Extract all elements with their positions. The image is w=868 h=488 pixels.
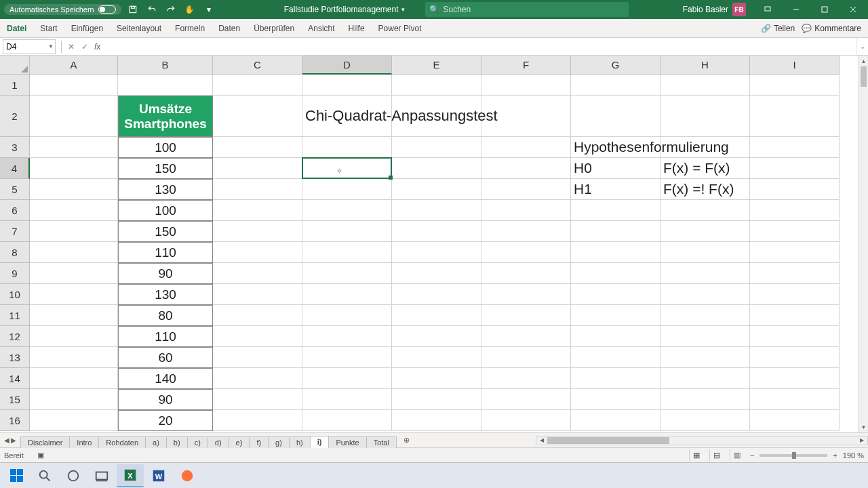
cell[interactable] <box>481 221 571 242</box>
expand-formula-icon[interactable]: ⌄ <box>856 38 868 55</box>
row-header[interactable]: 4 <box>0 158 30 179</box>
cell[interactable] <box>660 75 750 96</box>
cell[interactable] <box>213 284 302 305</box>
row-header[interactable]: 11 <box>0 305 30 326</box>
cell[interactable] <box>481 410 571 431</box>
scroll-left-icon[interactable]: ◀ <box>536 437 547 443</box>
cell[interactable]: 100 <box>118 137 213 158</box>
row-header[interactable]: 16 <box>0 410 30 431</box>
row-header[interactable]: 12 <box>0 326 30 347</box>
cell[interactable] <box>750 221 840 242</box>
cell[interactable] <box>213 242 302 263</box>
ribbon-tab-einfügen[interactable]: Einfügen <box>64 19 110 37</box>
vertical-scrollbar[interactable]: ▲ ▼ <box>859 56 868 432</box>
cell[interactable] <box>392 284 481 305</box>
ribbon-tab-hilfe[interactable]: Hilfe <box>342 19 372 37</box>
cell[interactable] <box>213 158 302 179</box>
cell[interactable] <box>392 305 481 326</box>
sheet-tab[interactable]: d) <box>208 436 229 448</box>
cell[interactable] <box>481 75 571 96</box>
select-all-corner[interactable] <box>0 56 30 75</box>
cell[interactable] <box>213 326 302 347</box>
scroll-thumb[interactable] <box>547 437 669 444</box>
cell[interactable] <box>213 305 302 326</box>
cell[interactable] <box>302 263 392 284</box>
cell[interactable] <box>750 75 840 96</box>
close-button[interactable] <box>840 0 867 19</box>
minimize-button[interactable] <box>783 0 810 19</box>
ribbon-tab-ansicht[interactable]: Ansicht <box>301 19 341 37</box>
fx-icon[interactable]: fx <box>94 42 100 52</box>
undo-icon[interactable] <box>144 2 159 17</box>
row-header[interactable]: 6 <box>0 200 30 221</box>
sheet-tab[interactable]: e) <box>229 436 250 448</box>
row-header[interactable]: 2 <box>0 96 30 137</box>
row-header[interactable]: 1 <box>0 75 30 96</box>
cell[interactable] <box>571 200 660 221</box>
row-header[interactable]: 10 <box>0 284 30 305</box>
column-header[interactable]: C <box>213 56 302 75</box>
column-header[interactable]: H <box>660 56 750 75</box>
scroll-down-icon[interactable]: ▼ <box>859 422 868 432</box>
cell[interactable] <box>392 137 481 158</box>
cell[interactable] <box>392 389 481 410</box>
column-header[interactable]: A <box>30 56 118 75</box>
cell[interactable] <box>30 137 118 158</box>
cell[interactable] <box>30 347 118 368</box>
cell[interactable]: 110 <box>118 242 213 263</box>
cell[interactable] <box>302 200 392 221</box>
view-layout-icon[interactable]: ▤ <box>709 449 724 462</box>
cell[interactable] <box>571 284 660 305</box>
cell[interactable] <box>481 179 571 200</box>
zoom-level[interactable]: 190 % <box>843 451 864 460</box>
start-button[interactable] <box>3 464 30 487</box>
search-icon[interactable] <box>31 464 58 487</box>
cell[interactable] <box>30 263 118 284</box>
cell[interactable]: 20 <box>118 410 213 431</box>
autosave-toggle[interactable]: Automatisches Speichern <box>4 4 121 15</box>
cell[interactable] <box>660 368 750 389</box>
cell[interactable] <box>481 305 571 326</box>
sheet-tab[interactable]: f) <box>249 436 269 448</box>
share-button[interactable]: 🔗 Teilen <box>761 24 795 33</box>
cell[interactable] <box>481 158 571 179</box>
cell[interactable] <box>30 96 118 137</box>
cell[interactable] <box>660 221 750 242</box>
cell[interactable] <box>30 242 118 263</box>
cell[interactable] <box>213 200 302 221</box>
enter-formula-icon[interactable]: ✓ <box>78 42 92 52</box>
sheet-tab[interactable]: i) <box>310 436 330 448</box>
cell[interactable] <box>30 389 118 410</box>
cell[interactable] <box>571 368 660 389</box>
ribbon-tab-seitenlayout[interactable]: Seitenlayout <box>110 19 168 37</box>
cell[interactable] <box>571 75 660 96</box>
task-view-icon[interactable] <box>88 464 115 487</box>
cell[interactable] <box>392 221 481 242</box>
cell[interactable]: 150 <box>118 158 213 179</box>
cell[interactable] <box>750 263 840 284</box>
cell[interactable]: Hypothesenformulierung <box>571 137 750 158</box>
word-icon[interactable]: W <box>145 464 172 487</box>
cell[interactable] <box>30 410 118 431</box>
row-header[interactable]: 8 <box>0 242 30 263</box>
row-header[interactable]: 14 <box>0 368 30 389</box>
cell[interactable] <box>213 75 302 96</box>
sheet-tab[interactable]: Punkte <box>328 436 366 448</box>
cell[interactable] <box>213 263 302 284</box>
cell[interactable] <box>213 179 302 200</box>
comments-button[interactable]: 💬 Kommentare <box>802 24 861 33</box>
column-header[interactable]: G <box>571 56 660 75</box>
cell[interactable] <box>750 389 840 410</box>
cell[interactable]: H1 <box>571 179 660 200</box>
zoom-out-icon[interactable]: − <box>750 451 754 460</box>
cell[interactable] <box>30 326 118 347</box>
row-header[interactable]: 7 <box>0 221 30 242</box>
cell[interactable] <box>750 347 840 368</box>
cell[interactable] <box>392 179 481 200</box>
ribbon-tab-überprüfen[interactable]: Überprüfen <box>247 19 301 37</box>
cell[interactable] <box>302 347 392 368</box>
cell[interactable] <box>213 347 302 368</box>
cell[interactable] <box>481 263 571 284</box>
zoom-in-icon[interactable]: + <box>833 451 837 460</box>
scroll-up-icon[interactable]: ▲ <box>859 56 868 66</box>
